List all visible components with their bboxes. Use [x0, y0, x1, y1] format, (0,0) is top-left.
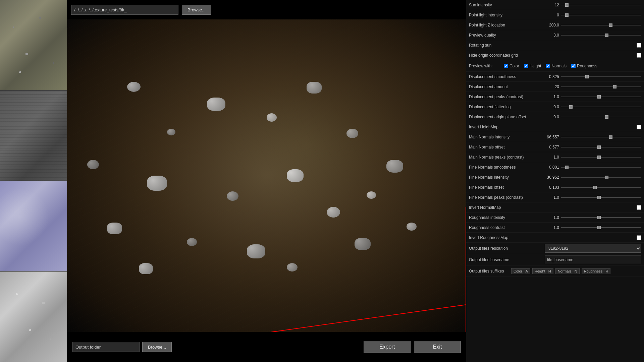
param-hide-grid: Hide origin coordinates grid — [466, 50, 644, 60]
invert-heightmap-checkbox[interactable] — [637, 125, 641, 129]
param-main-normals-offset: Main Normals offset 0.577 — [466, 142, 644, 152]
exit-button[interactable]: Exit — [414, 341, 461, 353]
rotating-sun-checkbox[interactable] — [637, 43, 641, 48]
param-displacement-origin: Displacement origin plane offset 0.0 — [466, 112, 644, 122]
param-fine-normals-intensity: Fine Normals intensity 36.952 — [466, 172, 644, 182]
param-preview-quality: Preview quality 3.0 — [466, 30, 644, 40]
suffix-height: Height _H — [532, 268, 553, 274]
thumbnail-4[interactable] — [0, 272, 67, 362]
preview-roughness-group: Roughness — [571, 64, 597, 68]
center-panel: Browse... — [67, 0, 466, 362]
preview-normals-group: Normals — [546, 64, 567, 68]
browse-texture-button[interactable]: Browse... — [182, 5, 211, 15]
thumbnail-1[interactable] — [0, 0, 67, 90]
output-folder-row: Browse... — [72, 342, 172, 352]
param-roughness-intensity: Roughness intensity 1.0 — [466, 213, 644, 223]
point-light-intensity-thumb[interactable] — [565, 13, 569, 17]
preview-color-group: Color — [504, 64, 519, 68]
action-buttons: Export Exit — [364, 341, 461, 353]
hide-grid-checkbox[interactable] — [637, 53, 641, 58]
top-bar: Browse... — [67, 0, 466, 19]
3d-viewport[interactable] — [67, 19, 466, 332]
thumbnail-2[interactable] — [0, 90, 67, 181]
main-normals-intensity-thumb[interactable] — [609, 135, 612, 139]
fine-normals-intensity-thumb[interactable] — [605, 176, 608, 179]
roughness-intensity-thumb[interactable] — [597, 216, 601, 219]
output-resolution-row: Output files resolution 512x512 1024x102… — [466, 243, 644, 254]
disp-peaks-thumb[interactable] — [597, 95, 601, 99]
suffix-color: Color _A — [511, 268, 530, 274]
output-basename-row: Output files basename — [466, 254, 644, 265]
preview-quality-thumb[interactable] — [605, 34, 608, 37]
point-light-z-thumb[interactable] — [609, 23, 612, 27]
disp-flatten-thumb[interactable] — [569, 105, 573, 109]
param-point-light-intensity: Point light intensity 0 — [466, 10, 644, 20]
invert-roughness-checkbox[interactable] — [637, 235, 641, 240]
param-point-light-z: Point light Z location 200.0 — [466, 20, 644, 30]
fine-normals-peaks-thumb[interactable] — [597, 196, 601, 199]
param-fine-normals-offset: Fine Normals offset 0.103 — [466, 182, 644, 192]
param-displacement-peaks: Displacement peaks (contrast) 1.0 — [466, 92, 644, 102]
export-button[interactable]: Export — [364, 341, 411, 353]
fine-normals-offset-thumb[interactable] — [593, 186, 597, 189]
invert-normalmap-checkbox[interactable] — [637, 205, 641, 210]
preview-height-group: Height — [524, 64, 541, 68]
basename-input[interactable] — [545, 255, 641, 264]
preview-height-checkbox[interactable] — [524, 64, 528, 68]
disp-smooth-thumb[interactable] — [585, 75, 589, 78]
main-normals-offset-thumb[interactable] — [597, 145, 601, 149]
browse-output-button[interactable]: Browse... — [142, 342, 172, 352]
suffix-normals: Normals _N — [555, 268, 580, 274]
param-main-normals-peaks: Main Normals peaks (contrast) 1.0 — [466, 152, 644, 162]
left-thumbnail-panel — [0, 0, 67, 362]
param-rotating-sun: Rotating sun — [466, 40, 644, 50]
resolution-select[interactable]: 512x512 1024x1024 2048x2048 4096x4096 81… — [545, 244, 641, 253]
right-settings-panel: Sun intensity 12 Point light intensity 0… — [466, 0, 644, 362]
param-displacement-flattening: Displacement flattening 0.0 — [466, 102, 644, 112]
bottom-bar: Browse... Export Exit — [67, 332, 466, 362]
disp-origin-thumb[interactable] — [605, 115, 608, 119]
output-suffixes-row: Output files suffixes Color _A Height _H… — [466, 265, 644, 277]
param-displacement-amount: Displacement amount 20 — [466, 82, 644, 92]
thumbnail-3[interactable] — [0, 181, 67, 272]
param-displacement-smoothness: Displacement smoothness 0.325 — [466, 72, 644, 82]
param-roughness-contrast: Roughness contrast 1.0 — [466, 223, 644, 233]
param-invert-normalmap: Invert NormalMap — [466, 202, 644, 213]
texture-path-input[interactable] — [71, 5, 178, 15]
preview-color-checkbox[interactable] — [504, 64, 508, 68]
disp-amount-thumb[interactable] — [613, 85, 616, 88]
sun-intensity-thumb[interactable] — [565, 3, 569, 7]
param-fine-normals-peaks: Fine Normals peaks (contrast) 1.0 — [466, 192, 644, 202]
preview-normals-checkbox[interactable] — [546, 64, 550, 68]
preview-roughness-checkbox[interactable] — [571, 64, 576, 68]
suffix-roughness: Roughness _R — [582, 268, 611, 274]
main-normals-peaks-thumb[interactable] — [597, 156, 601, 159]
param-sun-intensity: Sun intensity 12 — [466, 0, 644, 10]
param-invert-heightmap: Invert HeighMap — [466, 122, 644, 132]
param-main-normals-intensity: Main Normals intensity 66.557 — [466, 132, 644, 142]
fine-normals-smooth-thumb[interactable] — [565, 166, 569, 169]
preview-with-row: Preview with: Color Height Normals Rough… — [466, 60, 644, 72]
param-fine-normals-smoothness: Fine Normals smoothness 0.001 — [466, 162, 644, 172]
output-folder-input[interactable] — [72, 342, 140, 352]
param-invert-roughnessmap: Invert RoughnessMap — [466, 233, 644, 243]
roughness-contrast-thumb[interactable] — [597, 226, 601, 229]
